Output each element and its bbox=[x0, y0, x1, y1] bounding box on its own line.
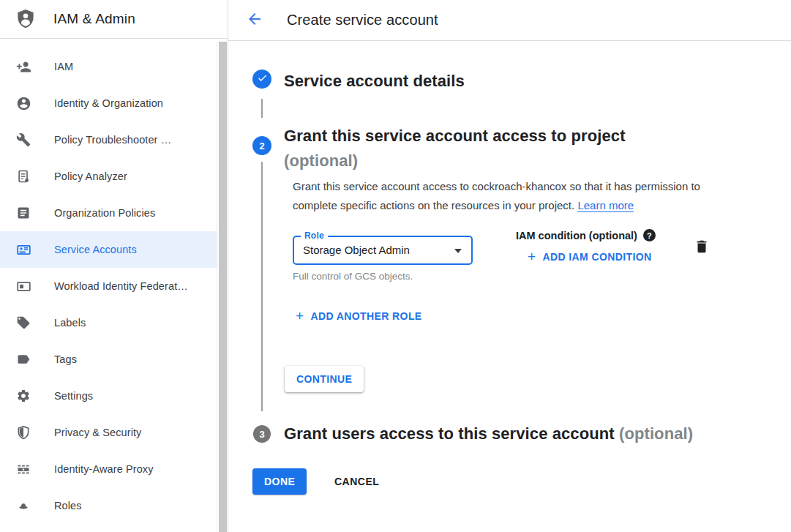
help-icon[interactable]: ? bbox=[643, 229, 656, 241]
step3-title-text: Grant users access to this service accou… bbox=[284, 424, 615, 443]
sidebar-item-label: Service Accounts bbox=[54, 244, 137, 255]
sidebar-item-label: Organization Policies bbox=[54, 207, 155, 219]
step2-title: Grant this service account access to pro… bbox=[284, 124, 626, 173]
back-button[interactable] bbox=[245, 11, 264, 30]
sidebar-item-label: Identity-Aware Proxy bbox=[54, 463, 154, 475]
service-account-badge-icon bbox=[15, 241, 31, 258]
sidebar-item-label: IAM bbox=[54, 61, 73, 72]
sidebar-scrollbar-track bbox=[217, 42, 228, 532]
step2-number-badge: 2 bbox=[252, 136, 271, 155]
sidebar-item-iam[interactable]: IAM bbox=[0, 48, 217, 85]
sidebar-item-label: Settings bbox=[54, 390, 93, 402]
sidebar-item-policy-analyzer[interactable]: Policy Analyzer bbox=[0, 158, 217, 195]
step3-title: Grant users access to this service accou… bbox=[284, 424, 693, 443]
step3-number: 3 bbox=[259, 429, 264, 440]
sidebar-item-label: Identity & Organization bbox=[54, 97, 163, 109]
step3-optional-label: (optional) bbox=[619, 424, 693, 443]
continue-button[interactable]: CONTINUE bbox=[285, 366, 364, 392]
step2-optional-label: (optional) bbox=[284, 149, 626, 173]
step2-title-text: Grant this service account access to pro… bbox=[284, 127, 626, 145]
sidebar-item-label: Policy Troubleshooter … bbox=[54, 134, 171, 146]
sidebar-item-workload-identity-federation[interactable]: Workload Identity Federat… bbox=[0, 268, 217, 304]
cancel-button[interactable]: CANCEL bbox=[324, 468, 389, 495]
step1-title: Service account details bbox=[284, 72, 465, 91]
step2-description-text: Grant this service account access to coc… bbox=[293, 180, 700, 211]
iam-admin-app: IAM & Admin IAM Identity & Organization … bbox=[0, 0, 791, 532]
account-circle-icon bbox=[15, 95, 31, 111]
add-another-role-label: ADD ANOTHER ROLE bbox=[311, 310, 422, 322]
proxy-icon bbox=[15, 461, 31, 477]
document-lines-icon bbox=[15, 205, 31, 221]
step1-complete-badge bbox=[252, 70, 271, 89]
trash-icon bbox=[694, 247, 710, 258]
page-title: Create service account bbox=[287, 12, 438, 29]
sidebar-item-identity-organization[interactable]: Identity & Organization bbox=[0, 85, 217, 121]
sidebar-item-label: Labels bbox=[54, 317, 86, 329]
tag-icon bbox=[15, 315, 31, 331]
step2-description: Grant this service account access to coc… bbox=[293, 177, 730, 214]
policy-analyzer-icon bbox=[15, 168, 31, 184]
add-another-role-button[interactable]: + ADD ANOTHER ROLE bbox=[296, 310, 422, 323]
step3-number-badge: 3 bbox=[253, 425, 271, 443]
sidebar-item-privacy-security[interactable]: Privacy & Security bbox=[0, 414, 217, 451]
hat-icon bbox=[15, 498, 31, 514]
label-arrow-icon bbox=[15, 351, 31, 367]
sidebar-item-organization-policies[interactable]: Organization Policies bbox=[0, 195, 217, 231]
sidebar-item-label: Policy Analyzer bbox=[54, 171, 127, 182]
page-header: Create service account bbox=[228, 0, 791, 41]
plus-icon: + bbox=[528, 250, 536, 263]
step2-number: 2 bbox=[259, 141, 264, 151]
done-button[interactable]: DONE bbox=[252, 468, 307, 495]
person-add-icon bbox=[15, 59, 31, 75]
sidebar-item-policy-troubleshooter[interactable]: Policy Troubleshooter … bbox=[0, 121, 217, 158]
role-select[interactable]: Role Storage Object Admin bbox=[293, 236, 473, 265]
sidebar-item-label: Workload Identity Federat… bbox=[54, 280, 188, 292]
sidebar-item-label: Privacy & Security bbox=[54, 427, 141, 438]
iam-condition-label-text: IAM condition (optional) bbox=[516, 230, 637, 241]
sidebar-item-tags[interactable]: Tags bbox=[0, 341, 217, 378]
sidebar-item-roles[interactable]: Roles bbox=[0, 487, 217, 524]
role-selected-value: Storage Object Admin bbox=[303, 244, 410, 256]
role-helper-text: Full control of GCS objects. bbox=[293, 271, 413, 282]
shield-icon bbox=[15, 424, 31, 441]
role-field-label: Role bbox=[301, 231, 328, 241]
sidebar: IAM & Admin IAM Identity & Organization … bbox=[0, 0, 228, 532]
sidebar-header: IAM & Admin bbox=[0, 0, 228, 39]
sidebar-nav: IAM Identity & Organization Policy Troub… bbox=[0, 48, 228, 524]
step-connector bbox=[261, 162, 263, 411]
gear-icon bbox=[15, 388, 31, 404]
app-title: IAM & Admin bbox=[53, 11, 135, 27]
plus-icon: + bbox=[296, 310, 304, 323]
add-iam-condition-button[interactable]: + ADD IAM CONDITION bbox=[528, 250, 652, 263]
iam-admin-shield-icon bbox=[15, 7, 37, 31]
sidebar-scrollbar-thumb[interactable] bbox=[219, 42, 227, 532]
sidebar-item-identity-aware-proxy[interactable]: Identity-Aware Proxy bbox=[0, 451, 217, 487]
learn-more-link[interactable]: Learn more bbox=[577, 199, 634, 211]
main-content: Create service account Service account d… bbox=[228, 0, 791, 532]
add-iam-condition-label: ADD IAM CONDITION bbox=[543, 251, 652, 263]
delete-role-button[interactable] bbox=[692, 238, 711, 257]
sidebar-item-settings[interactable]: Settings bbox=[0, 378, 217, 414]
sidebar-item-labels[interactable]: Labels bbox=[0, 304, 217, 341]
wrench-icon bbox=[15, 132, 31, 148]
sidebar-item-service-accounts[interactable]: Service Accounts bbox=[0, 231, 217, 268]
sidebar-item-label: Tags bbox=[54, 353, 77, 365]
sidebar-item-label: Roles bbox=[54, 500, 82, 512]
iam-condition-label: IAM condition (optional) ? bbox=[516, 229, 656, 241]
arrow-back-icon bbox=[246, 10, 263, 30]
dropdown-caret-icon bbox=[454, 249, 462, 253]
step-connector bbox=[261, 99, 263, 118]
id-card-icon bbox=[15, 278, 31, 294]
check-icon bbox=[257, 72, 268, 86]
